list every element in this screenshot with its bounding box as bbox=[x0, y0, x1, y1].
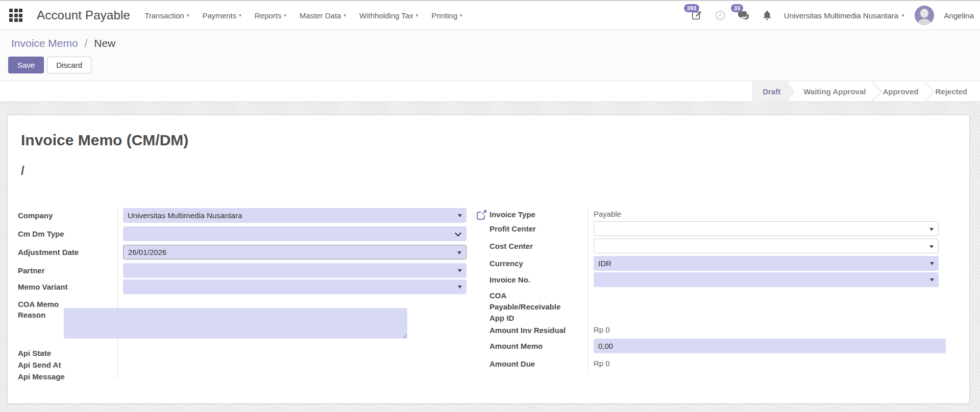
chevron-down-icon bbox=[455, 230, 461, 237]
chevron-down-icon: ▾ bbox=[187, 13, 189, 18]
top-navbar: Account Payable Transaction ▾ Payments ▾… bbox=[0, 0, 980, 30]
field-row-coa-payable-receivable: COA Payable/Receivable bbox=[489, 290, 571, 313]
cm-dm-type-select[interactable] bbox=[123, 226, 467, 241]
menu-printing[interactable]: Printing ▾ bbox=[431, 11, 462, 20]
amount-memo-input[interactable] bbox=[594, 339, 946, 353]
breadcrumb-parent-link[interactable]: Invoice Memo bbox=[11, 37, 78, 49]
field-row-cm-dm-type: Cm Dm Type bbox=[18, 226, 467, 241]
menu-master-data[interactable]: Master Data ▾ bbox=[300, 11, 346, 20]
company-switcher[interactable]: Universitas Multimedia Nusantara ▾ bbox=[784, 11, 904, 20]
messages-icon[interactable]: 33 bbox=[737, 9, 750, 22]
breadcrumb-divider: / bbox=[85, 37, 88, 49]
dropdown-triangle-icon bbox=[929, 245, 934, 248]
status-row: Draft Waiting Approval Approved Rejected bbox=[0, 81, 980, 102]
save-button[interactable]: Save bbox=[8, 57, 44, 73]
coa-memo-reason-textarea[interactable] bbox=[64, 308, 407, 339]
status-step-draft[interactable]: Draft bbox=[752, 81, 795, 102]
invoice-no-label: Invoice No. bbox=[489, 272, 594, 287]
main-menu: Transaction ▾ Payments ▾ Reports ▾ Maste… bbox=[144, 11, 462, 20]
field-row-memo-variant: Memo Variant bbox=[18, 279, 467, 294]
external-link-icon[interactable] bbox=[476, 209, 488, 221]
menu-transaction[interactable]: Transaction ▾ bbox=[144, 11, 189, 20]
amount-due-label: Amount Due bbox=[489, 359, 594, 369]
menu-label: Master Data bbox=[300, 11, 341, 20]
adjustment-date-value: 26/01/2026 bbox=[128, 248, 166, 256]
api-message-label: Api Message bbox=[18, 372, 65, 381]
edit-count-badge: 393 bbox=[684, 4, 699, 12]
menu-reports[interactable]: Reports ▾ bbox=[255, 11, 286, 20]
bell-icon bbox=[762, 10, 773, 21]
avatar-icon bbox=[915, 6, 934, 25]
company-name: Universitas Multimedia Nusantara bbox=[784, 11, 898, 20]
company-value: Universitas Multimedia Nusantara bbox=[128, 211, 242, 220]
cm-dm-type-label: Cm Dm Type bbox=[18, 226, 123, 241]
memo-variant-select[interactable] bbox=[123, 279, 467, 294]
dropdown-triangle-icon bbox=[929, 228, 934, 231]
invoice-type-value: Payable bbox=[594, 210, 621, 219]
chevron-down-icon: ▾ bbox=[284, 13, 286, 18]
menu-payments[interactable]: Payments ▾ bbox=[202, 11, 241, 20]
chevron-down-icon: ▾ bbox=[416, 13, 419, 18]
activity-clock-icon[interactable] bbox=[714, 9, 727, 22]
invoice-no-select[interactable] bbox=[594, 272, 939, 287]
discard-button[interactable]: Discard bbox=[47, 57, 91, 73]
field-row-invoice-no: Invoice No. bbox=[489, 272, 939, 287]
navbar-right: 393 33 Universitas Multimedia Nusantara … bbox=[690, 1, 974, 30]
user-name[interactable]: Angelina bbox=[944, 11, 974, 20]
currency-value: IDR bbox=[598, 259, 611, 268]
form-sheet: Invoice Memo (CM/DM) / Company Universit… bbox=[7, 115, 970, 404]
company-select[interactable]: Universitas Multimedia Nusantara bbox=[123, 208, 467, 223]
apps-menu-icon[interactable] bbox=[9, 9, 22, 22]
field-row-cost-center: Cost Center bbox=[489, 239, 939, 253]
company-label: Company bbox=[18, 208, 123, 223]
field-row-invoice-type: Invoice Type Payable bbox=[489, 210, 621, 219]
statusbar: Draft Waiting Approval Approved Rejected bbox=[752, 81, 976, 102]
app-title[interactable]: Account Payable bbox=[37, 8, 130, 22]
invoice-type-label: Invoice Type bbox=[489, 210, 594, 219]
chat-count-badge: 33 bbox=[731, 4, 743, 12]
action-buttons: Save Discard bbox=[8, 57, 980, 73]
coa-memo-reason-label: COA Memo Reason bbox=[18, 299, 64, 339]
chevron-down-icon: ▾ bbox=[460, 13, 462, 18]
amount-due-value: Rp 0 bbox=[594, 359, 610, 369]
user-avatar[interactable] bbox=[915, 6, 934, 25]
partner-select[interactable] bbox=[123, 263, 467, 278]
amount-inv-residual-label: Amount Inv Residual bbox=[489, 325, 594, 335]
dropdown-triangle-icon bbox=[458, 286, 462, 289]
dropdown-triangle-icon bbox=[930, 278, 934, 281]
field-row-partner: Partner bbox=[18, 263, 467, 278]
currency-select[interactable]: IDR bbox=[594, 256, 939, 271]
field-row-company: Company Universitas Multimedia Nusantara bbox=[18, 208, 467, 223]
profit-center-label: Profit Center bbox=[489, 221, 594, 236]
control-panel: Invoice Memo / New Save Discard bbox=[0, 30, 980, 81]
field-row-profit-center: Profit Center bbox=[489, 221, 939, 236]
dropdown-triangle-icon bbox=[930, 262, 934, 265]
field-row-adjustment-date: Adjustment Date 26/01/2026 bbox=[18, 245, 467, 260]
chevron-down-icon: ▾ bbox=[239, 13, 241, 18]
menu-withholding-tax[interactable]: Withholding Tax ▾ bbox=[359, 11, 418, 20]
amount-memo-label: Amount Memo bbox=[489, 339, 594, 353]
field-row-amount-memo: Amount Memo bbox=[489, 339, 946, 353]
dropdown-triangle-icon bbox=[458, 214, 462, 217]
field-row-app-id: App ID bbox=[489, 313, 594, 323]
menu-label: Payments bbox=[202, 11, 236, 20]
menu-label: Reports bbox=[255, 11, 282, 20]
app-id-label: App ID bbox=[489, 313, 594, 323]
menu-label: Withholding Tax bbox=[359, 11, 413, 20]
chevron-down-icon: ▾ bbox=[344, 13, 346, 18]
field-row-currency: Currency IDR bbox=[489, 256, 939, 271]
notifications-icon[interactable] bbox=[761, 9, 774, 22]
currency-label: Currency bbox=[489, 256, 594, 271]
edit-notes-icon[interactable]: 393 bbox=[690, 9, 703, 22]
page-background: Invoice Memo (CM/DM) / Company Universit… bbox=[0, 102, 980, 412]
api-state-label: Api State bbox=[18, 349, 51, 357]
profit-center-select[interactable] bbox=[594, 221, 939, 236]
record-reference: / bbox=[21, 164, 24, 178]
adjustment-date-picker[interactable]: 26/01/2026 bbox=[123, 245, 467, 260]
field-row-coa-memo-reason: COA Memo Reason bbox=[18, 299, 407, 339]
partner-label: Partner bbox=[18, 263, 123, 278]
field-row-amount-inv-residual: Amount Inv Residual Rp 0 bbox=[489, 325, 610, 335]
adjustment-date-label: Adjustment Date bbox=[18, 245, 123, 260]
cost-center-select[interactable] bbox=[594, 239, 939, 253]
chevron-down-icon: ▾ bbox=[902, 13, 904, 18]
